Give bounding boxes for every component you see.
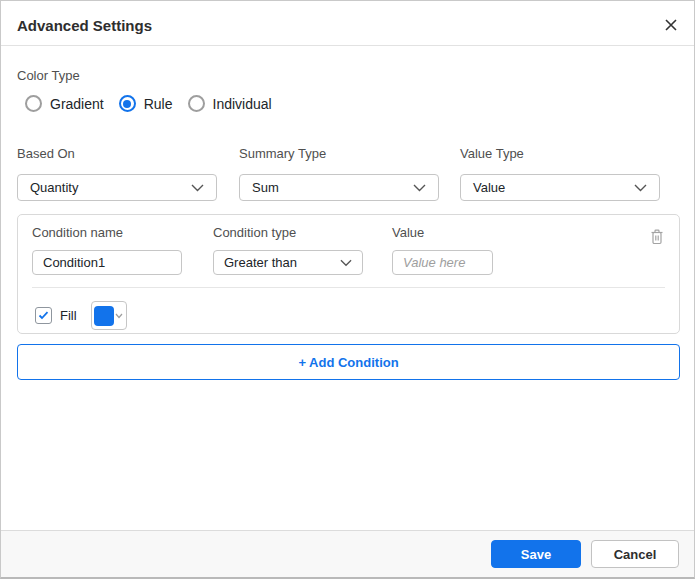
close-icon[interactable]: [660, 14, 682, 36]
chevron-down-icon: [191, 184, 204, 192]
based-on-label: Based On: [17, 146, 217, 161]
fill-color-swatch: [94, 306, 114, 326]
radio-individual-label: Individual: [213, 96, 272, 112]
radio-rule-circle: [119, 95, 136, 112]
radio-gradient[interactable]: Gradient: [25, 95, 104, 112]
radio-rule[interactable]: Rule: [119, 95, 173, 112]
chevron-down-icon: [634, 184, 647, 192]
condition-name-label: Condition name: [32, 225, 123, 240]
summary-type-label: Summary Type: [239, 146, 439, 161]
chevron-down-icon: [115, 313, 123, 319]
summary-type-select[interactable]: Sum: [239, 174, 439, 201]
fill-row: Fill: [35, 301, 127, 330]
color-type-label: Color Type: [17, 68, 80, 83]
dialog-header: Advanced Settings: [1, 1, 694, 46]
fill-color-picker[interactable]: [91, 301, 127, 330]
fill-checkbox[interactable]: [35, 307, 52, 324]
radio-gradient-label: Gradient: [50, 96, 104, 112]
based-on-field: Based On Quantity: [17, 146, 217, 201]
based-on-select[interactable]: Quantity: [17, 174, 217, 201]
chevron-down-icon: [413, 184, 426, 192]
dialog-title: Advanced Settings: [17, 17, 152, 34]
value-type-label: Value Type: [460, 146, 660, 161]
summary-type-field: Summary Type Sum: [239, 146, 439, 201]
condition-type-value: Greater than: [224, 255, 340, 270]
chevron-down-icon: [340, 259, 352, 267]
dialog-footer: Save Cancel: [1, 530, 694, 577]
advanced-settings-dialog: Advanced Settings Color Type Gradient Ru…: [0, 0, 695, 579]
condition-type-label: Condition type: [213, 225, 296, 240]
value-type-value: Value: [473, 180, 634, 195]
condition-panel: Condition name Condition type Value Grea…: [17, 214, 680, 334]
value-type-field: Value Type Value: [460, 146, 660, 201]
color-type-radio-group: Gradient Rule Individual: [25, 95, 272, 112]
radio-individual-circle: [188, 95, 205, 112]
save-button[interactable]: Save: [491, 540, 581, 568]
value-type-select[interactable]: Value: [460, 174, 660, 201]
divider: [32, 287, 665, 288]
condition-name-input[interactable]: [32, 250, 182, 275]
radio-gradient-circle: [25, 95, 42, 112]
radio-individual[interactable]: Individual: [188, 95, 272, 112]
summary-type-value: Sum: [252, 180, 413, 195]
condition-type-select[interactable]: Greater than: [213, 250, 363, 275]
based-on-value: Quantity: [30, 180, 191, 195]
add-condition-button[interactable]: + Add Condition: [17, 344, 680, 380]
delete-condition-icon[interactable]: [647, 227, 667, 247]
condition-value-input[interactable]: [392, 250, 493, 275]
fill-label: Fill: [60, 308, 77, 323]
cancel-button[interactable]: Cancel: [591, 540, 679, 568]
radio-rule-label: Rule: [144, 96, 173, 112]
condition-value-label: Value: [392, 225, 424, 240]
